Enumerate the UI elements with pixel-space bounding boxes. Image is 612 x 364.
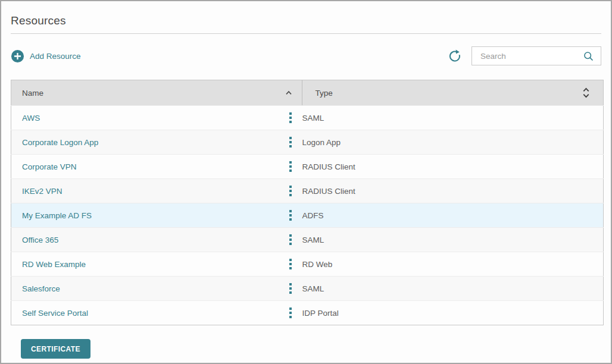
resource-type-cell: RADIUS Client: [302, 155, 604, 179]
column-header-type-label: Type: [316, 89, 333, 98]
table-row: Corporate VPN RADIUS Client: [11, 155, 604, 179]
resource-type-cell: RD Web: [302, 252, 604, 277]
refresh-button[interactable]: [448, 49, 462, 63]
resource-name-link[interactable]: Corporate Logon App: [22, 138, 98, 147]
resource-type-cell: ADFS: [302, 203, 604, 228]
table-row: Salesforce SAML: [11, 277, 604, 301]
table-row: IKEv2 VPN RADIUS Client: [11, 179, 604, 203]
sort-both-icon[interactable]: [581, 86, 591, 99]
kebab-menu-icon[interactable]: [288, 306, 293, 319]
table-row: RD Web Example RD Web: [11, 252, 604, 277]
resource-name-link[interactable]: Corporate VPN: [22, 162, 77, 171]
resource-name-link[interactable]: RD Web Example: [22, 260, 86, 269]
search-box: [472, 46, 601, 65]
resource-name-link[interactable]: Self Service Portal: [22, 309, 88, 318]
plus-circle-icon: [11, 49, 24, 63]
resource-name-link[interactable]: IKEv2 VPN: [22, 187, 63, 196]
table-row: Self Service Portal IDP Portal: [11, 301, 604, 325]
resource-type-cell: IDP Portal: [302, 301, 604, 325]
kebab-menu-icon[interactable]: [288, 184, 293, 197]
resource-name-link[interactable]: My Example AD FS: [22, 211, 92, 220]
table-row: Corporate Logon App Logon App: [11, 130, 604, 155]
resource-type-cell: SAML: [302, 106, 604, 130]
kebab-menu-icon[interactable]: [288, 282, 293, 295]
resource-name-link[interactable]: AWS: [22, 114, 40, 123]
column-header-name-label: Name: [22, 89, 43, 98]
resource-type-cell: Logon App: [302, 130, 604, 155]
kebab-menu-icon[interactable]: [288, 209, 293, 222]
resource-name-link[interactable]: Office 365: [22, 236, 58, 244]
search-icon[interactable]: [582, 50, 595, 62]
add-resource-label: Add Resource: [30, 52, 81, 61]
kebab-menu-icon[interactable]: [288, 233, 293, 246]
search-input[interactable]: [480, 52, 582, 61]
toolbar: Add Resource: [11, 46, 601, 65]
resources-table: Name Type: [11, 80, 604, 325]
sort-ascending-icon[interactable]: [284, 88, 293, 98]
table-row: AWS SAML: [11, 106, 604, 130]
page-title: Resources: [11, 14, 601, 34]
resource-table-body: AWS SAML Corporate Logon App Logon App C…: [11, 106, 604, 325]
toolbar-right: [448, 46, 601, 65]
add-resource-button[interactable]: Add Resource: [11, 49, 81, 63]
table-row: My Example AD FS ADFS: [11, 203, 604, 228]
resource-type-cell: RADIUS Client: [302, 179, 604, 203]
resource-name-link[interactable]: Salesforce: [22, 284, 60, 293]
kebab-menu-icon[interactable]: [288, 136, 293, 149]
column-header-name[interactable]: Name: [11, 80, 302, 106]
column-header-type[interactable]: Type: [302, 80, 604, 106]
table-row: Office 365 SAML: [11, 228, 604, 252]
kebab-menu-icon[interactable]: [288, 258, 293, 271]
resource-type-cell: SAML: [302, 277, 604, 301]
kebab-menu-icon[interactable]: [288, 160, 293, 173]
resource-type-cell: SAML: [302, 228, 604, 252]
kebab-menu-icon[interactable]: [288, 111, 293, 124]
table-header-row: Name Type: [11, 80, 604, 106]
certificate-button[interactable]: CERTIFICATE: [21, 339, 90, 359]
resources-page: Resources Add Resource: [0, 0, 612, 364]
refresh-icon: [448, 49, 462, 63]
